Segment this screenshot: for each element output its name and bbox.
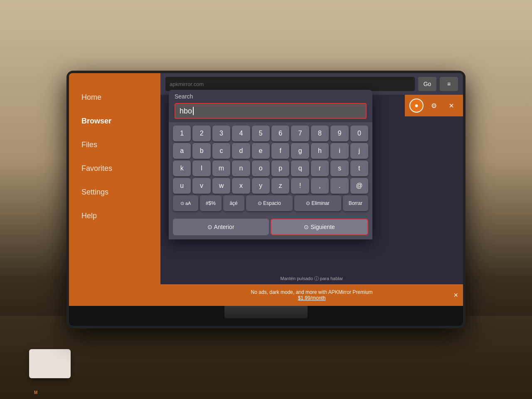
key-t[interactable]: t bbox=[350, 160, 368, 176]
key-2[interactable]: 2 bbox=[192, 126, 210, 141]
key-1[interactable]: 1 bbox=[173, 126, 191, 141]
hold-text: Mantén pulsado ⓘ para hablar bbox=[280, 276, 343, 282]
key-c[interactable]: c bbox=[212, 143, 230, 159]
key-5[interactable]: 5 bbox=[252, 126, 270, 141]
search-input-row: hbo bbox=[169, 101, 372, 122]
siguiente-button[interactable]: ⊙ Siguiente bbox=[271, 219, 368, 235]
key-at[interactable]: @ bbox=[350, 178, 368, 194]
search-input[interactable]: hbo bbox=[175, 103, 367, 119]
tv-frame: Home Browser Files Favorites Settings He… bbox=[66, 71, 466, 328]
sidebar-item-help[interactable]: Help bbox=[69, 204, 160, 228]
keyboard-row-special: ⊙ aA #$% äçé ⊙ Espacio ⊙ Eliminar Borrar bbox=[173, 195, 368, 211]
key-a[interactable]: a bbox=[173, 143, 191, 159]
text-cursor bbox=[193, 107, 194, 115]
key-o[interactable]: o bbox=[252, 160, 270, 176]
sidebar: Home Browser Files Favorites Settings He… bbox=[69, 73, 160, 306]
circle-button[interactable]: ● bbox=[409, 99, 424, 113]
key-borrar[interactable]: Borrar bbox=[343, 195, 368, 211]
tv-screen: Home Browser Files Favorites Settings He… bbox=[69, 73, 463, 306]
key-accents[interactable]: äçé bbox=[223, 195, 244, 211]
key-m[interactable]: m bbox=[212, 160, 230, 176]
key-8[interactable]: 8 bbox=[311, 126, 329, 141]
sidebar-item-settings[interactable]: Settings bbox=[69, 180, 160, 204]
key-6[interactable]: 6 bbox=[271, 126, 289, 141]
key-space[interactable]: ⊙ Espacio bbox=[246, 195, 293, 211]
key-delete[interactable]: ⊙ Eliminar bbox=[294, 195, 341, 211]
key-q[interactable]: q bbox=[291, 160, 309, 176]
key-i[interactable]: i bbox=[330, 143, 348, 159]
main-content: apkmirror.com Go ≡ ● ⚙ × bbox=[160, 73, 463, 306]
key-k[interactable]: k bbox=[173, 160, 191, 176]
key-capslock[interactable]: ⊙ aA bbox=[173, 195, 198, 211]
key-u[interactable]: u bbox=[173, 178, 191, 194]
key-3[interactable]: 3 bbox=[212, 126, 230, 141]
key-v[interactable]: v bbox=[192, 178, 210, 194]
sidebar-item-favorites[interactable]: Favorites bbox=[69, 157, 160, 180]
key-n[interactable]: n bbox=[232, 160, 250, 176]
desk-device bbox=[29, 349, 71, 378]
key-4[interactable]: 4 bbox=[232, 126, 250, 141]
key-0[interactable]: 0 bbox=[350, 126, 368, 141]
key-s[interactable]: s bbox=[330, 160, 348, 176]
go-button[interactable]: Go bbox=[418, 77, 436, 91]
sidebar-item-browser[interactable]: Browser bbox=[69, 109, 160, 133]
keyboard-row-numbers: 1 2 3 4 5 6 7 8 9 0 bbox=[173, 126, 368, 141]
key-symbols[interactable]: #$% bbox=[200, 195, 221, 211]
key-l[interactable]: l bbox=[192, 160, 210, 176]
key-w[interactable]: w bbox=[212, 178, 230, 194]
key-r[interactable]: r bbox=[311, 160, 329, 176]
menu-button[interactable]: ≡ bbox=[440, 77, 458, 91]
anterior-button[interactable]: ⊙ Anterior bbox=[173, 219, 269, 235]
key-f[interactable]: f bbox=[271, 143, 289, 159]
keyboard-overlay: Search hbo 1 2 3 4 5 6 bbox=[169, 90, 372, 239]
keyboard-row-u: u v w x y z ! , . @ bbox=[173, 178, 368, 194]
desk-surface bbox=[0, 316, 532, 399]
key-period[interactable]: . bbox=[330, 178, 348, 194]
sidebar-item-home[interactable]: Home bbox=[69, 86, 160, 109]
url-bar[interactable]: apkmirror.com bbox=[165, 77, 415, 91]
key-x[interactable]: x bbox=[232, 178, 250, 194]
sidebar-item-files[interactable]: Files bbox=[69, 133, 160, 157]
key-comma[interactable]: , bbox=[311, 178, 329, 194]
keyboard-row-k: k l m n o p q r s t bbox=[173, 160, 368, 176]
banner-close-button[interactable]: × bbox=[453, 291, 458, 300]
key-b[interactable]: b bbox=[192, 143, 210, 159]
keyboard-action-row: ⊙ Anterior ⊙ Siguiente bbox=[169, 216, 372, 239]
settings-button[interactable]: ⚙ bbox=[427, 99, 441, 113]
close-browser-button[interactable]: × bbox=[444, 99, 458, 113]
key-g[interactable]: g bbox=[291, 143, 309, 159]
key-h[interactable]: h bbox=[311, 143, 329, 159]
browser-controls-bar: ● ⚙ × bbox=[405, 95, 463, 116]
device-brand-label: M bbox=[34, 390, 37, 395]
keyboard-row-a: a b c d e f g h i j bbox=[173, 143, 368, 159]
key-y[interactable]: y bbox=[252, 178, 270, 194]
search-header: Search bbox=[169, 90, 372, 101]
key-7[interactable]: 7 bbox=[291, 126, 309, 141]
key-z[interactable]: z bbox=[271, 178, 289, 194]
banner-link[interactable]: $1.99/month bbox=[298, 295, 326, 301]
tv-stand bbox=[224, 306, 308, 318]
key-9[interactable]: 9 bbox=[330, 126, 348, 141]
key-j[interactable]: j bbox=[350, 143, 368, 159]
key-p[interactable]: p bbox=[271, 160, 289, 176]
key-e[interactable]: e bbox=[252, 143, 270, 159]
key-d[interactable]: d bbox=[232, 143, 250, 159]
bottom-banner: No ads, dark mode, and more with APKMirr… bbox=[160, 284, 463, 306]
keyboard-grid: 1 2 3 4 5 6 7 8 9 0 a b bbox=[169, 122, 372, 216]
key-exclaim[interactable]: ! bbox=[291, 178, 309, 194]
